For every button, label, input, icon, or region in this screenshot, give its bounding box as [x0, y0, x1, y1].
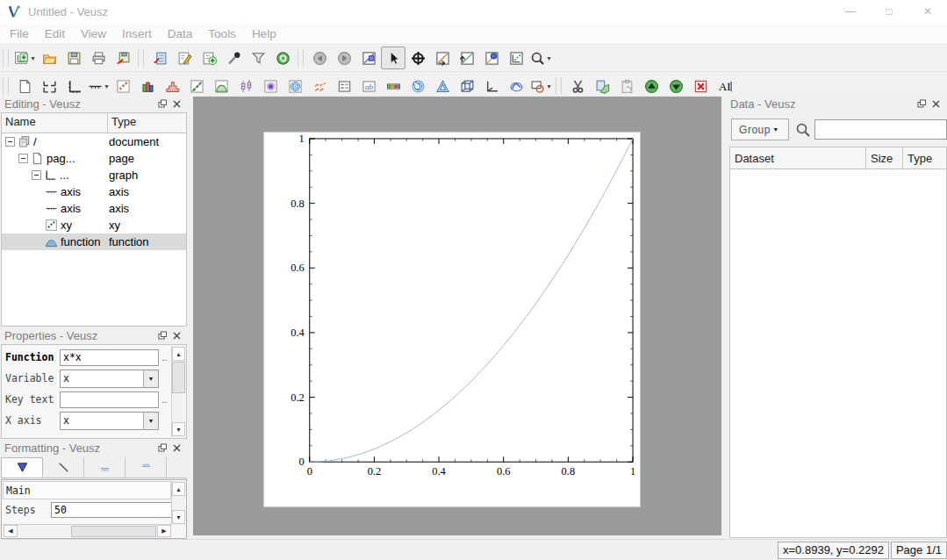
- tree-col-name[interactable]: Name: [2, 113, 108, 133]
- tree-row-xy[interactable]: xyxy: [2, 217, 186, 233]
- svg-text:ab: ab: [364, 82, 373, 90]
- next-page-button[interactable]: [332, 47, 356, 69]
- format-fill-below-tab[interactable]: [84, 457, 126, 477]
- menu-edit[interactable]: Edit: [37, 27, 73, 40]
- edit-data-button[interactable]: [172, 47, 197, 69]
- y-tick-label: 0.6: [291, 262, 305, 274]
- tree-row-axis[interactable]: axisaxis: [2, 200, 186, 217]
- chevron-down-icon[interactable]: ▾: [547, 83, 550, 90]
- tree-row-document[interactable]: /document: [2, 133, 186, 150]
- add-polar-icon: [411, 79, 426, 94]
- zoom-magnify-button[interactable]: ▾: [528, 47, 553, 69]
- float-panel-icon[interactable]: [155, 442, 169, 454]
- function-widget-icon: [45, 235, 58, 248]
- steps-input[interactable]: [51, 502, 172, 518]
- close-panel-icon[interactable]: [169, 442, 183, 454]
- dataset-table-body[interactable]: [729, 169, 947, 538]
- variable-select[interactable]: x▼: [60, 370, 159, 388]
- tree-collapse-icon[interactable]: [32, 170, 41, 180]
- tree-row-function[interactable]: functionfunction: [2, 233, 186, 250]
- format-main-tab[interactable]: [1, 457, 43, 477]
- minimize-button[interactable]: —: [831, 0, 870, 23]
- format-line-tab[interactable]: [43, 457, 84, 477]
- group-button[interactable]: Group ▼: [731, 118, 789, 140]
- menu-tools[interactable]: Tools: [200, 27, 244, 40]
- type-column[interactable]: Type: [903, 147, 946, 169]
- scroll-down-icon[interactable]: ▼: [172, 422, 185, 436]
- scroll-left-icon[interactable]: ◀: [4, 525, 18, 537]
- menu-view[interactable]: View: [73, 27, 114, 40]
- key-text-input[interactable]: [60, 391, 159, 408]
- tree-row-axis[interactable]: axisaxis: [2, 183, 186, 200]
- tree-col-type[interactable]: Type: [108, 113, 186, 133]
- function-input[interactable]: [60, 349, 159, 366]
- plot-canvas[interactable]: 00.20.40.60.8100.20.40.60.81: [193, 97, 721, 535]
- float-panel-icon[interactable]: [155, 329, 169, 341]
- export-document-button[interactable]: [111, 47, 135, 69]
- menu-file[interactable]: File: [2, 27, 37, 40]
- float-panel-icon[interactable]: [915, 97, 929, 110]
- select-items-button[interactable]: [381, 47, 405, 69]
- reload-data-button[interactable]: [270, 47, 295, 69]
- zoom-x-axis-button[interactable]: [430, 47, 455, 69]
- new-document-button[interactable]: ▾: [12, 47, 37, 69]
- dataset-table-header[interactable]: Dataset Size Type: [729, 147, 947, 169]
- format-fill-above-tab[interactable]: [126, 457, 167, 477]
- size-column[interactable]: Size: [866, 147, 903, 169]
- previous-page-button[interactable]: [307, 47, 332, 69]
- formatting-hscrollbar[interactable]: ◀ ▶: [3, 524, 172, 537]
- dataset-search-input[interactable]: [814, 119, 947, 140]
- pan-graph-button[interactable]: [405, 47, 430, 69]
- chevron-down-icon[interactable]: ▾: [104, 83, 108, 90]
- menu-data[interactable]: Data: [160, 27, 201, 40]
- chevron-down-icon[interactable]: ▼: [143, 413, 158, 429]
- filter-data-button[interactable]: [246, 47, 270, 69]
- chevron-down-icon[interactable]: ▾: [31, 54, 34, 62]
- print-document-button[interactable]: [86, 47, 111, 69]
- tree-item-name[interactable]: function: [61, 235, 101, 248]
- chevron-down-icon[interactable]: ▼: [143, 370, 158, 387]
- tree-item-name[interactable]: axis: [61, 185, 81, 198]
- tree-collapse-icon[interactable]: [18, 154, 28, 163]
- x-axis-select[interactable]: x▼: [60, 412, 159, 430]
- view-whole-plot-button[interactable]: [504, 47, 528, 69]
- scroll-up-icon[interactable]: ▲: [172, 347, 185, 361]
- tree-item-name[interactable]: xy: [61, 219, 72, 232]
- close-panel-icon[interactable]: [929, 97, 943, 110]
- menu-help[interactable]: Help: [244, 27, 284, 40]
- create-dataset-button[interactable]: [197, 47, 221, 69]
- close-panel-icon[interactable]: [169, 97, 183, 110]
- recenter-graph-button[interactable]: [479, 47, 504, 69]
- close-panel-icon[interactable]: [169, 329, 183, 341]
- maximize-button[interactable]: □: [870, 0, 908, 23]
- tree-item-name[interactable]: ...: [60, 169, 69, 182]
- tree-collapse-icon[interactable]: [5, 137, 15, 147]
- import-data-button[interactable]: [147, 47, 172, 69]
- status-bar: x=0.8939, y=0.2292 Page 1/1: [0, 539, 947, 560]
- tree-item-name[interactable]: axis: [61, 202, 81, 215]
- tree-item-name[interactable]: pag...: [47, 152, 75, 165]
- scroll-down-icon[interactable]: ▼: [172, 510, 185, 524]
- float-panel-icon[interactable]: [155, 97, 169, 110]
- scroll-right-icon[interactable]: ▶: [157, 525, 171, 537]
- menu-insert[interactable]: Insert: [114, 27, 160, 40]
- tree-row-graph[interactable]: ...graph: [2, 167, 186, 183]
- tree-row-page[interactable]: pag...page: [2, 150, 186, 167]
- edit-expression-button[interactable]: ..: [159, 352, 170, 363]
- chevron-down-icon[interactable]: ▾: [547, 54, 550, 62]
- plot-page[interactable]: 00.20.40.60.8100.20.40.60.81: [263, 132, 641, 507]
- save-document-button[interactable]: [61, 47, 86, 69]
- formatting-vscrollbar[interactable]: ▲ ▼: [171, 481, 185, 525]
- dataset-column[interactable]: Dataset: [730, 147, 866, 169]
- tree-column-headers[interactable]: Name Type: [1, 112, 187, 133]
- zoom-into-graph-button[interactable]: [356, 47, 381, 69]
- close-button[interactable]: ✕: [908, 0, 947, 23]
- properties-scrollbar[interactable]: ▲ ▼: [171, 346, 185, 437]
- open-document-button[interactable]: [37, 47, 61, 69]
- zoom-y-axis-button[interactable]: [455, 47, 479, 69]
- tree-item-name[interactable]: /: [33, 135, 37, 148]
- scroll-up-icon[interactable]: ▲: [172, 482, 185, 496]
- edit-expression-button[interactable]: ..: [159, 394, 170, 405]
- toolbar-grip: [298, 49, 304, 67]
- capture-data-button[interactable]: [221, 47, 246, 69]
